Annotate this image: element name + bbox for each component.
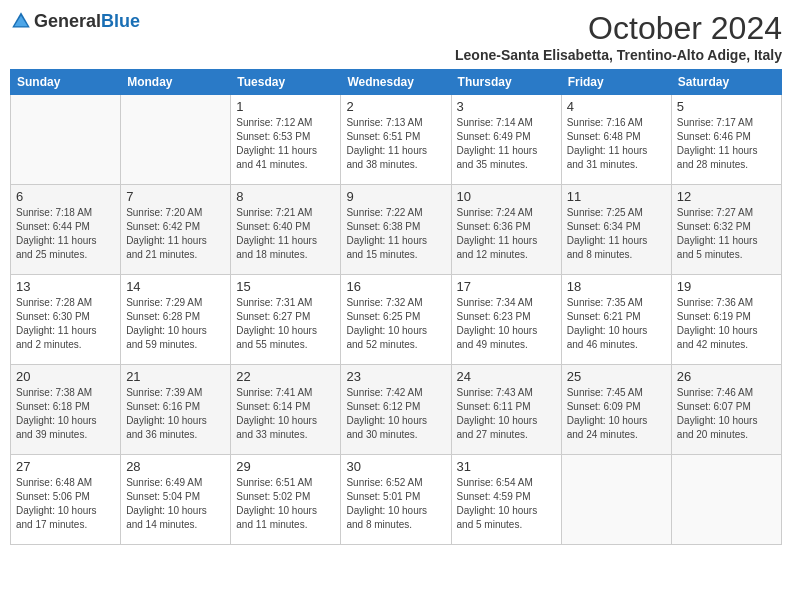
day-info: Sunrise: 7:12 AM Sunset: 6:53 PM Dayligh… (236, 116, 335, 172)
calendar-cell: 29Sunrise: 6:51 AM Sunset: 5:02 PM Dayli… (231, 455, 341, 545)
calendar-cell: 19Sunrise: 7:36 AM Sunset: 6:19 PM Dayli… (671, 275, 781, 365)
calendar-cell: 20Sunrise: 7:38 AM Sunset: 6:18 PM Dayli… (11, 365, 121, 455)
calendar-table: SundayMondayTuesdayWednesdayThursdayFrid… (10, 69, 782, 545)
calendar-cell: 24Sunrise: 7:43 AM Sunset: 6:11 PM Dayli… (451, 365, 561, 455)
calendar-cell: 27Sunrise: 6:48 AM Sunset: 5:06 PM Dayli… (11, 455, 121, 545)
weekday-header-friday: Friday (561, 70, 671, 95)
calendar-cell: 26Sunrise: 7:46 AM Sunset: 6:07 PM Dayli… (671, 365, 781, 455)
day-number: 12 (677, 189, 776, 204)
day-number: 11 (567, 189, 666, 204)
day-number: 23 (346, 369, 445, 384)
calendar-cell: 3Sunrise: 7:14 AM Sunset: 6:49 PM Daylig… (451, 95, 561, 185)
day-number: 13 (16, 279, 115, 294)
day-info: Sunrise: 6:51 AM Sunset: 5:02 PM Dayligh… (236, 476, 335, 532)
calendar-cell: 28Sunrise: 6:49 AM Sunset: 5:04 PM Dayli… (121, 455, 231, 545)
calendar-cell: 15Sunrise: 7:31 AM Sunset: 6:27 PM Dayli… (231, 275, 341, 365)
day-number: 22 (236, 369, 335, 384)
day-number: 20 (16, 369, 115, 384)
day-number: 21 (126, 369, 225, 384)
day-info: Sunrise: 7:35 AM Sunset: 6:21 PM Dayligh… (567, 296, 666, 352)
calendar-week-row: 13Sunrise: 7:28 AM Sunset: 6:30 PM Dayli… (11, 275, 782, 365)
day-info: Sunrise: 7:14 AM Sunset: 6:49 PM Dayligh… (457, 116, 556, 172)
calendar-cell: 1Sunrise: 7:12 AM Sunset: 6:53 PM Daylig… (231, 95, 341, 185)
day-info: Sunrise: 7:32 AM Sunset: 6:25 PM Dayligh… (346, 296, 445, 352)
calendar-cell: 21Sunrise: 7:39 AM Sunset: 6:16 PM Dayli… (121, 365, 231, 455)
calendar-cell: 13Sunrise: 7:28 AM Sunset: 6:30 PM Dayli… (11, 275, 121, 365)
day-info: Sunrise: 7:21 AM Sunset: 6:40 PM Dayligh… (236, 206, 335, 262)
day-info: Sunrise: 7:39 AM Sunset: 6:16 PM Dayligh… (126, 386, 225, 442)
day-info: Sunrise: 7:28 AM Sunset: 6:30 PM Dayligh… (16, 296, 115, 352)
calendar-week-row: 27Sunrise: 6:48 AM Sunset: 5:06 PM Dayli… (11, 455, 782, 545)
day-info: Sunrise: 7:34 AM Sunset: 6:23 PM Dayligh… (457, 296, 556, 352)
day-info: Sunrise: 7:20 AM Sunset: 6:42 PM Dayligh… (126, 206, 225, 262)
day-info: Sunrise: 7:16 AM Sunset: 6:48 PM Dayligh… (567, 116, 666, 172)
logo: GeneralBlue (10, 10, 140, 32)
calendar-week-row: 20Sunrise: 7:38 AM Sunset: 6:18 PM Dayli… (11, 365, 782, 455)
calendar-cell: 7Sunrise: 7:20 AM Sunset: 6:42 PM Daylig… (121, 185, 231, 275)
page-header: GeneralBlue October 2024 Leone-Santa Eli… (10, 10, 782, 63)
day-number: 26 (677, 369, 776, 384)
calendar-cell (561, 455, 671, 545)
calendar-cell: 9Sunrise: 7:22 AM Sunset: 6:38 PM Daylig… (341, 185, 451, 275)
day-info: Sunrise: 7:46 AM Sunset: 6:07 PM Dayligh… (677, 386, 776, 442)
calendar-cell: 12Sunrise: 7:27 AM Sunset: 6:32 PM Dayli… (671, 185, 781, 275)
day-info: Sunrise: 7:13 AM Sunset: 6:51 PM Dayligh… (346, 116, 445, 172)
day-number: 5 (677, 99, 776, 114)
day-number: 30 (346, 459, 445, 474)
day-info: Sunrise: 7:24 AM Sunset: 6:36 PM Dayligh… (457, 206, 556, 262)
calendar-cell (671, 455, 781, 545)
logo-text-general: General (34, 11, 101, 31)
day-info: Sunrise: 6:49 AM Sunset: 5:04 PM Dayligh… (126, 476, 225, 532)
day-number: 17 (457, 279, 556, 294)
logo-icon (10, 10, 32, 32)
day-number: 27 (16, 459, 115, 474)
day-info: Sunrise: 7:45 AM Sunset: 6:09 PM Dayligh… (567, 386, 666, 442)
day-info: Sunrise: 7:27 AM Sunset: 6:32 PM Dayligh… (677, 206, 776, 262)
weekday-header-sunday: Sunday (11, 70, 121, 95)
day-number: 19 (677, 279, 776, 294)
day-number: 24 (457, 369, 556, 384)
logo-text-blue: Blue (101, 11, 140, 31)
calendar-week-row: 1Sunrise: 7:12 AM Sunset: 6:53 PM Daylig… (11, 95, 782, 185)
day-info: Sunrise: 7:22 AM Sunset: 6:38 PM Dayligh… (346, 206, 445, 262)
calendar-cell: 4Sunrise: 7:16 AM Sunset: 6:48 PM Daylig… (561, 95, 671, 185)
calendar-cell: 22Sunrise: 7:41 AM Sunset: 6:14 PM Dayli… (231, 365, 341, 455)
day-info: Sunrise: 6:52 AM Sunset: 5:01 PM Dayligh… (346, 476, 445, 532)
weekday-header-saturday: Saturday (671, 70, 781, 95)
calendar-cell (11, 95, 121, 185)
day-number: 29 (236, 459, 335, 474)
day-number: 15 (236, 279, 335, 294)
day-number: 1 (236, 99, 335, 114)
day-number: 14 (126, 279, 225, 294)
day-number: 2 (346, 99, 445, 114)
calendar-cell: 14Sunrise: 7:29 AM Sunset: 6:28 PM Dayli… (121, 275, 231, 365)
weekday-header-monday: Monday (121, 70, 231, 95)
day-number: 25 (567, 369, 666, 384)
calendar-cell: 23Sunrise: 7:42 AM Sunset: 6:12 PM Dayli… (341, 365, 451, 455)
day-number: 31 (457, 459, 556, 474)
day-info: Sunrise: 7:41 AM Sunset: 6:14 PM Dayligh… (236, 386, 335, 442)
day-info: Sunrise: 7:42 AM Sunset: 6:12 PM Dayligh… (346, 386, 445, 442)
day-number: 7 (126, 189, 225, 204)
calendar-cell: 30Sunrise: 6:52 AM Sunset: 5:01 PM Dayli… (341, 455, 451, 545)
day-number: 3 (457, 99, 556, 114)
calendar-week-row: 6Sunrise: 7:18 AM Sunset: 6:44 PM Daylig… (11, 185, 782, 275)
calendar-cell: 5Sunrise: 7:17 AM Sunset: 6:46 PM Daylig… (671, 95, 781, 185)
calendar-cell: 11Sunrise: 7:25 AM Sunset: 6:34 PM Dayli… (561, 185, 671, 275)
day-number: 10 (457, 189, 556, 204)
calendar-cell: 6Sunrise: 7:18 AM Sunset: 6:44 PM Daylig… (11, 185, 121, 275)
calendar-cell: 8Sunrise: 7:21 AM Sunset: 6:40 PM Daylig… (231, 185, 341, 275)
calendar-cell: 31Sunrise: 6:54 AM Sunset: 4:59 PM Dayli… (451, 455, 561, 545)
day-info: Sunrise: 6:54 AM Sunset: 4:59 PM Dayligh… (457, 476, 556, 532)
calendar-cell: 17Sunrise: 7:34 AM Sunset: 6:23 PM Dayli… (451, 275, 561, 365)
weekday-header-tuesday: Tuesday (231, 70, 341, 95)
day-info: Sunrise: 7:25 AM Sunset: 6:34 PM Dayligh… (567, 206, 666, 262)
day-number: 4 (567, 99, 666, 114)
day-number: 9 (346, 189, 445, 204)
weekday-header-thursday: Thursday (451, 70, 561, 95)
day-info: Sunrise: 7:18 AM Sunset: 6:44 PM Dayligh… (16, 206, 115, 262)
day-number: 28 (126, 459, 225, 474)
calendar-cell: 16Sunrise: 7:32 AM Sunset: 6:25 PM Dayli… (341, 275, 451, 365)
day-info: Sunrise: 7:43 AM Sunset: 6:11 PM Dayligh… (457, 386, 556, 442)
location-title: Leone-Santa Elisabetta, Trentino-Alto Ad… (455, 47, 782, 63)
